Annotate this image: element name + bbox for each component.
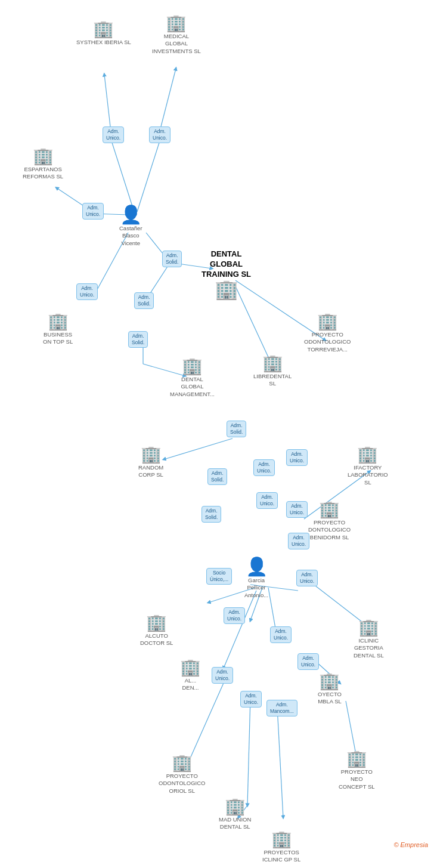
label-mad-union: MAD UNIONDENTAL SL [219,816,251,831]
svg-line-19 [224,591,256,668]
building-icon-random-corp: 🏢 [141,446,162,463]
badge-adm-unico-13: Adm.Unico. [212,667,233,684]
label-castaner: CastañerBlascoVicente [119,225,142,247]
building-icon-alcuto: 🏢 [146,614,167,631]
badge-adm-unico-11: Adm.Unico. [224,607,245,624]
label-neo-concept: PROYECTONEOCONCEPT SL [339,768,375,790]
badge-adm-mancom: Adm.Mancom... [266,700,297,716]
badge-adm-unico-1: Adm.Unico. [103,126,124,143]
badge-adm-solid-1: Adm.Solid. [162,251,182,267]
badge-adm-solid-3: Adm.Solid. [128,331,148,348]
node-business-on-top: 🏢 BUSINESSON TOP SL [43,313,73,346]
svg-line-20 [247,698,250,805]
diagram-container: 🏢 SYSTHEX IBERIA SL 🏢 MEDICALGLOBALINVES… [0,0,434,853]
label-business-on-top: BUSINESSON TOP SL [43,331,73,346]
building-icon-torrevieja: 🏢 [317,313,338,330]
svg-line-16 [164,438,232,459]
badge-adm-solid-4: Adm.Solid. [227,421,246,437]
node-benidorm: 🏢 PROYECTODONTOLOGICOBENIDORM SL [308,501,351,541]
badge-adm-unico-15: Adm.Unico. [297,653,319,670]
node-proyecto-oriol: 🏢 PROYECTOODONTOLOGICOORIOL SL [159,755,205,795]
label-medical-global: MEDICALGLOBALINVESTMENTS SL [152,33,201,55]
badge-adm-unico-6: Adm.Unico. [256,492,278,509]
building-icon-dental-training: 🏢 [215,280,238,299]
building-icon-oyecto-mbla: 🏢 [319,673,340,690]
building-icon-oriol: 🏢 [172,755,193,771]
building-icon-ifactory: 🏢 [357,446,378,463]
badge-socio-unico: SocioÚnico,... [206,568,232,585]
node-random-corp: 🏢 RANDOMCORP SL [138,446,163,479]
label-dental-management: DENTALGLOBALMANAGEMENT... [170,376,215,398]
node-alcuto-doctor: 🏢 ALCUTODOCTOR SL [140,614,173,647]
node-dental-global-management: 🏢 DENTALGLOBALMANAGEMENT... [170,358,215,398]
label-libredental: LIBREDENTALSL [253,373,292,388]
badge-adm-unico-9: Adm.Unico. [288,533,309,549]
label-garcia: GarciaPellicerAntonio... [244,577,268,599]
svg-line-4 [161,69,176,126]
title-dental-global-training: DENTALGLOBALTRAINING SL [202,249,251,280]
node-garcia-pellicer: 👤 GarciaPellicerAntonio... [244,558,268,599]
node-systhex: 🏢 SYSTHEX IBERIA SL [76,21,131,46]
building-icon-business-on-top: 🏢 [48,313,69,330]
building-icon-systhex: 🏢 [93,21,114,38]
label-al-den: AL...DEN... [182,677,199,692]
node-libredental: 🏢 LIBREDENTALSL [253,355,292,388]
building-icon-libredental: 🏢 [262,355,283,372]
node-proyecto-neo-concept: 🏢 PROYECTONEOCONCEPT SL [339,750,375,790]
badge-adm-unico-business: Adm.Unico. [76,283,98,300]
building-icon-iclinic-gestoria: 🏢 [358,619,379,636]
node-ifactory: 🏢 IFACTORYLABORATORIOSL [348,446,388,486]
svg-line-0 [110,137,134,212]
node-mad-union: 🏢 MAD UNIONDENTAL SL [219,798,251,831]
badge-adm-unico-2: Adm.Unico. [149,126,170,143]
svg-line-3 [104,75,110,126]
label-torrevieja: PROYECTOODONTOLOGICOTORREVIEJA... [304,331,351,353]
badge-adm-unico-8: Adm.Unico. [286,501,308,518]
node-castaner: 👤 CastañerBlascoVicente [119,206,142,247]
label-systhex: SYSTHEX IBERIA SL [76,39,131,46]
label-espartanos: ESPARTANOSREFORMAS SL [23,166,63,181]
node-medical-global: 🏢 MEDICALGLOBALINVESTMENTS SL [152,15,201,55]
node-espartanos: 🏢 ESPARTANOSREFORMAS SL [23,148,63,181]
label-oyecto-mbla: OYECTOMBLA SL [318,691,342,706]
label-oriol: PROYECTOODONTOLOGICOORIOL SL [159,773,205,795]
building-icon-neo-concept: 🏢 [346,750,367,767]
label-random-corp: RANDOMCORP SL [138,464,163,479]
node-proyecto-torrevieja: 🏢 PROYECTOODONTOLOGICOTORREVIEJA... [304,313,351,353]
label-alcuto: ALCUTODOCTOR SL [140,632,173,647]
badge-adm-solid-6: Adm.Solid. [202,506,221,523]
watermark: © Empresia [393,841,428,848]
person-icon-garcia: 👤 [246,558,268,576]
badge-adm-solid-2: Adm.Solid. [134,292,154,309]
building-icon-medical-global: 🏢 [166,15,187,32]
label-ifactory: IFACTORYLABORATORIOSL [348,464,388,486]
label-iclinic-gestoria: ICLINICGESTORIADENTAL SL [354,637,384,659]
node-al-den: 🏢 AL...DEN... [180,659,201,692]
building-icon-benidorm: 🏢 [319,501,340,518]
badge-adm-unico-12: Adm.Unico. [270,626,292,643]
connection-lines [0,0,434,853]
badge-adm-unico-espartanos: Adm.Unico. [82,203,104,220]
badge-adm-unico-14: Adm.Unico. [240,691,262,708]
svg-line-1 [137,137,161,212]
label-benidorm: PROYECTODONTOLOGICOBENIDORM SL [308,519,351,541]
svg-line-22 [277,707,283,817]
node-iclinic-gestoria: 🏢 ICLINICGESTORIADENTAL SL [354,619,384,659]
building-icon-dental-management: 🏢 [182,358,203,375]
badge-adm-unico-5: Adm.Unico. [253,459,275,476]
badge-adm-unico-7: Adm.Unico. [286,449,308,466]
building-icon-espartanos: 🏢 [33,148,54,165]
building-icon-mad-union: 🏢 [225,798,246,815]
label-iclinic-gp: PROYECTOSICLINIC GP SL [262,849,300,864]
badge-adm-solid-5: Adm.Solid. [207,468,227,485]
node-oyecto-mbla: 🏢 OYECTOMBLA SL [318,673,342,706]
node-proyectos-iclinic-gp: 🏢 PROYECTOSICLINIC GP SL [262,831,300,864]
svg-line-23 [188,683,224,764]
building-icon-al-den: 🏢 [180,659,201,676]
badge-adm-unico-10: Adm.Unico. [296,570,318,586]
node-dental-global-training: DENTALGLOBALTRAINING SL 🏢 [202,249,251,299]
person-icon-castaner: 👤 [120,206,142,224]
building-icon-iclinic-gp: 🏢 [271,831,292,848]
